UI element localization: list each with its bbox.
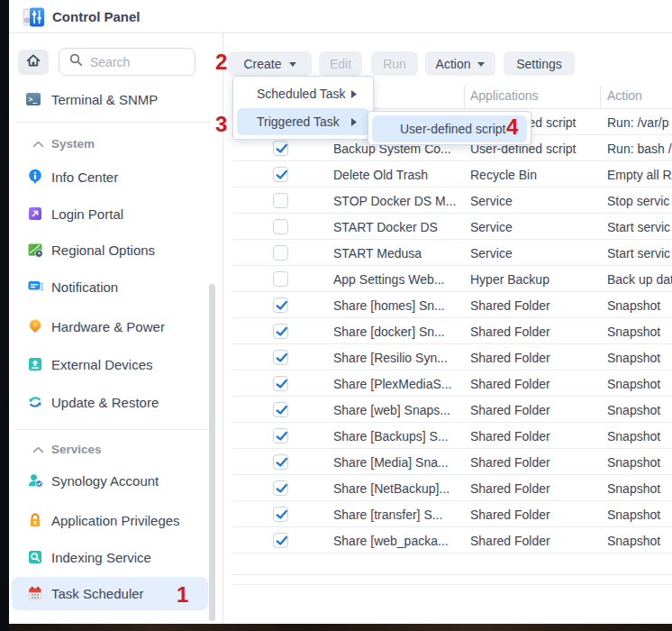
- cell-action: Stop servic: [607, 194, 672, 208]
- edit-button[interactable]: Edit: [319, 51, 362, 76]
- menu-item-triggered-task[interactable]: Triggered Task: [237, 108, 369, 135]
- row-checkbox-checked[interactable]: [273, 428, 288, 444]
- cell-applications: Shared Folder: [470, 403, 598, 417]
- button-label: Run: [383, 57, 406, 71]
- submenu-arrow-icon: [351, 114, 357, 129]
- sidebar-item-info-center[interactable]: Info Center: [9, 162, 218, 191]
- sidebar-section-services[interactable]: Services: [9, 438, 218, 460]
- sidebar-item-external-devices[interactable]: External Devices: [9, 350, 218, 379]
- table-row[interactable]: App Settings Web... Hyper Backup Back up…: [223, 266, 672, 292]
- sidebar-item-synology-account[interactable]: Synology Account: [9, 466, 218, 495]
- sidebar-item-label: External Devices: [51, 357, 153, 372]
- cell-action: Back up dat: [607, 272, 672, 287]
- cell-applications: Shared Folder: [470, 298, 598, 313]
- sidebar-item-label: Info Center: [51, 169, 118, 185]
- cell-action: Snapshot: [607, 455, 672, 470]
- row-checkbox[interactable]: [273, 193, 288, 208]
- table-row[interactable]: Share [homes] Sn... Shared Folder Snapsh…: [223, 292, 672, 318]
- window-title: Control Panel: [52, 9, 141, 24]
- menu-item-scheduled-task[interactable]: Scheduled Task: [237, 80, 369, 107]
- column-header-action[interactable]: Action: [607, 88, 642, 103]
- notification-icon: [27, 279, 43, 295]
- row-checkbox-checked[interactable]: [273, 297, 288, 313]
- table-row[interactable]: START Docker DS Service Start servic: [223, 214, 672, 240]
- table-row[interactable]: Share [Backups] S... Shared Folder Snaps…: [223, 423, 672, 449]
- sidebar-item-label: Hardware & Power: [51, 319, 165, 334]
- row-checkbox-checked[interactable]: [273, 480, 288, 496]
- cell-applications: Shared Folder: [470, 481, 598, 496]
- row-checkbox-checked[interactable]: [273, 507, 288, 522]
- row-checkbox-checked[interactable]: [273, 533, 288, 548]
- row-checkbox-checked[interactable]: [273, 167, 288, 182]
- cell-task-name: App Settings Web...: [333, 272, 468, 287]
- login-portal-icon: [27, 206, 43, 222]
- settings-button[interactable]: Settings: [504, 51, 575, 76]
- table-row[interactable]: STOP Docker DS M... Service Stop servic: [223, 187, 672, 214]
- cell-task-name: Share [docker] Sn...: [333, 325, 468, 339]
- create-button[interactable]: Create: [228, 51, 312, 76]
- main-content: Create Edit Run Action Settings Applicat…: [223, 33, 672, 624]
- annotation-1: 1: [177, 584, 188, 606]
- sidebar-section-system[interactable]: System: [9, 133, 218, 154]
- column-header-applications[interactable]: Applications: [470, 88, 539, 103]
- sidebar-item-hardware-power[interactable]: Hardware & Power: [9, 312, 218, 341]
- sidebar: >_ Terminal & SNMP System Info Center Lo…: [9, 33, 223, 624]
- indexing-service-icon: [27, 549, 43, 565]
- home-icon: [25, 52, 41, 72]
- row-checkbox-checked[interactable]: [273, 402, 288, 417]
- row-checkbox[interactable]: [273, 271, 288, 287]
- table-row[interactable]: START Medusa Service Start servic: [223, 240, 672, 266]
- table-row[interactable]: Share [docker] Sn... Shared Folder Snaps…: [223, 318, 672, 344]
- synology-account-icon: [27, 472, 43, 489]
- cell-action: Snapshot: [607, 298, 672, 313]
- sidebar-item-login-portal[interactable]: Login Portal: [9, 199, 218, 228]
- table-row[interactable]: Share [Media] Sna... Shared Folder Snaps…: [223, 449, 672, 475]
- cell-task-name: Share [Media] Sna...: [333, 455, 468, 470]
- row-checkbox[interactable]: [273, 245, 288, 261]
- sidebar-item-indexing-service[interactable]: Indexing Service: [9, 543, 218, 572]
- cell-applications: Service: [470, 194, 598, 208]
- sidebar-section-label: System: [51, 137, 95, 151]
- sidebar-item-update-restore[interactable]: Update & Restore: [9, 388, 218, 416]
- sidebar-item-notification[interactable]: Notification: [9, 272, 218, 301]
- menu-item-user-defined-script[interactable]: User-defined script: [372, 115, 527, 142]
- table-row[interactable]: Share [web_packa... Shared Folder Snapsh…: [223, 527, 672, 553]
- cell-applications: Service: [470, 220, 598, 234]
- table-row[interactable]: Share [web] Snaps... Shared Folder Snaps…: [223, 397, 672, 423]
- table-row[interactable]: Delete Old Trash Recycle Bin Empty all R: [223, 161, 672, 187]
- cell-action: Snapshot: [607, 429, 672, 444]
- sidebar-item-label: Task Scheduler: [51, 586, 144, 601]
- run-button[interactable]: Run: [371, 51, 418, 76]
- action-button[interactable]: Action: [425, 51, 495, 76]
- row-checkbox-checked[interactable]: [273, 376, 288, 391]
- cell-action: Start servic: [607, 246, 672, 261]
- row-checkbox-checked[interactable]: [273, 454, 288, 470]
- cell-task-name: Share [Backups] S...: [333, 429, 468, 444]
- table-row[interactable]: Share [PlexMediaS... Shared Folder Snaps…: [223, 370, 672, 397]
- cell-task-name: START Docker DS: [333, 220, 468, 234]
- row-checkbox-checked[interactable]: [273, 141, 288, 156]
- cell-applications: Shared Folder: [470, 325, 598, 339]
- search-input[interactable]: [90, 55, 187, 69]
- table-row[interactable]: Share [NetBackup]... Shared Folder Snaps…: [223, 475, 672, 501]
- info-center-icon: [27, 169, 43, 185]
- control-panel-window: Control Panel: [9, 0, 672, 624]
- sidebar-divider: [16, 429, 211, 430]
- titlebar: Control Panel: [9, 0, 672, 33]
- desktop-background-left: [0, 0, 9, 631]
- table-row[interactable]: Share [transfer] S... Shared Folder Snap…: [223, 501, 672, 527]
- sidebar-item-label: Notification: [51, 279, 118, 295]
- row-checkbox[interactable]: [273, 219, 288, 234]
- cell-action: Snapshot: [607, 534, 672, 548]
- sidebar-item-terminal-snmp[interactable]: >_ Terminal & SNMP: [9, 85, 218, 114]
- caret-down-icon: [477, 62, 485, 67]
- row-checkbox-checked[interactable]: [273, 324, 288, 339]
- table-row[interactable]: Share [Resilio Syn... Shared Folder Snap…: [223, 344, 672, 370]
- sidebar-item-regional-options[interactable]: Regional Options: [9, 235, 218, 264]
- sidebar-scrollbar[interactable]: [209, 284, 215, 621]
- row-checkbox-checked[interactable]: [273, 350, 288, 365]
- cell-applications: Hyper Backup: [470, 272, 598, 287]
- button-label: Settings: [516, 57, 562, 71]
- home-button[interactable]: [18, 50, 49, 75]
- sidebar-item-application-privileges[interactable]: Application Privileges: [9, 506, 218, 535]
